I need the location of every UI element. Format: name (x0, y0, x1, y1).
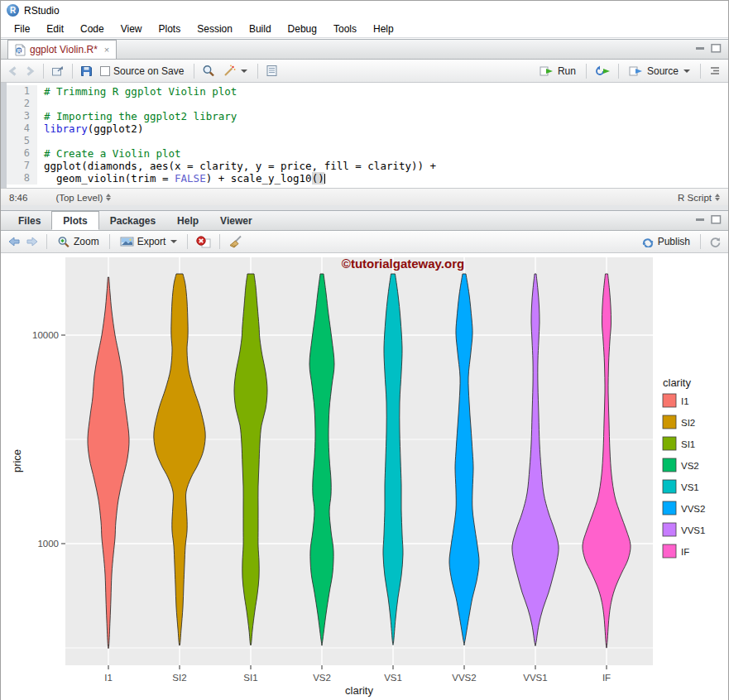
code-line[interactable]: 6# Create a Violin plot (1, 147, 728, 160)
publish-button[interactable]: Publish (639, 234, 693, 249)
legend-label: I1 (681, 396, 689, 406)
back-icon[interactable] (7, 65, 19, 77)
tab-label: ggplot Violin.R* (30, 44, 98, 55)
menu-tools[interactable]: Tools (325, 21, 365, 37)
menu-code[interactable]: Code (72, 21, 113, 37)
scope-selector[interactable]: (Top Level) (55, 193, 111, 203)
legend-label: VVS1 (681, 525, 705, 535)
compile-report-icon[interactable] (266, 65, 278, 77)
tab-ggplot-violin[interactable]: R ggplot Violin.R* × (7, 40, 117, 59)
watermark-title: ©tutorialgateway.org (342, 257, 464, 271)
x-tick-label: VS1 (384, 673, 402, 683)
menu-edit[interactable]: Edit (38, 21, 72, 37)
legend-key-VS2 (663, 458, 676, 472)
x-tick-label: VVS2 (452, 673, 476, 683)
file-type-selector[interactable]: R Script (678, 193, 720, 203)
code-editor[interactable]: 1# Trimming R ggplot Violin plot23# Impo… (1, 83, 728, 188)
tab-viewer[interactable]: Viewer (209, 211, 262, 230)
tab-files[interactable]: Files (7, 211, 51, 230)
tab-help[interactable]: Help (166, 211, 209, 230)
source-label: Source (647, 65, 679, 77)
source-editor-pane: R ggplot Violin.R* × Source on Save (1, 39, 728, 205)
legend-key-IF (663, 544, 676, 558)
zoom-button[interactable]: Zoom (55, 234, 102, 250)
source-button[interactable]: Source (626, 64, 693, 79)
export-label: Export (137, 236, 166, 247)
menu-plots[interactable]: Plots (151, 21, 189, 37)
refresh-plot-icon[interactable] (708, 236, 722, 248)
legend-key-VVS1 (663, 523, 676, 536)
menu-debug[interactable]: Debug (280, 21, 325, 37)
x-tick-label: IF (602, 673, 611, 683)
legend-key-VS1 (663, 480, 676, 493)
source-on-save-label: Source on Save (113, 65, 184, 77)
source-on-save-checkbox[interactable] (100, 66, 110, 76)
code-tools-button[interactable] (220, 63, 250, 79)
open-in-new-window-icon[interactable] (51, 65, 65, 77)
editor-status-bar: 8:46 (Top Level) R Script (1, 188, 728, 206)
code-line[interactable]: 1# Trimming R ggplot Violin plot (1, 85, 728, 98)
r-file-icon: R (15, 44, 26, 56)
publish-label: Publish (658, 236, 690, 247)
legend-label: IF (681, 547, 689, 557)
previous-plot-icon[interactable] (7, 236, 21, 247)
tab-close-icon[interactable]: × (104, 45, 109, 55)
rstudio-logo-icon: R (7, 4, 19, 17)
plots-toolbar: Zoom Export Publish (1, 231, 728, 253)
plot-display-area: 100001000I1SI2SI1VS2VS1VVS2VVS1IFclarity… (1, 253, 728, 700)
source-caret-icon (683, 70, 690, 73)
code-line[interactable]: 3# Importing the ggplot2 library (1, 110, 728, 122)
menu-file[interactable]: File (6, 21, 38, 37)
next-plot-icon[interactable] (26, 236, 39, 247)
source-icon (629, 65, 644, 77)
magic-wand-icon (223, 65, 236, 77)
zoom-plot-icon (57, 236, 70, 248)
legend-key-VVS2 (663, 501, 676, 515)
minimize-pane-icon[interactable] (695, 44, 706, 53)
title-bar: R RStudio (1, 1, 728, 20)
minimize-pane-icon[interactable] (695, 215, 706, 224)
run-label: Run (558, 65, 576, 77)
code-line[interactable]: 7ggplot(diamonds, aes(x = clarity, y = p… (1, 160, 728, 172)
tab-packages[interactable]: Packages (99, 211, 166, 230)
document-outline-icon[interactable] (708, 65, 722, 76)
svg-text:R: R (17, 47, 21, 53)
forward-icon[interactable] (24, 65, 36, 77)
rerun-icon[interactable] (594, 65, 611, 77)
menu-bar: File Edit Code View Plots Session Build … (1, 20, 728, 38)
export-button[interactable]: Export (118, 234, 180, 249)
code-line[interactable]: 8 geom_violin(trim = FALSE) + scale_y_lo… (1, 172, 728, 185)
legend-key-SI2 (663, 415, 676, 429)
legend-label: VVS2 (681, 504, 705, 514)
publish-icon (641, 236, 655, 247)
x-tick-label: I1 (104, 673, 113, 683)
violin-chart: 100001000I1SI2SI1VS2VS1VVS2VVS1IFclarity… (1, 253, 729, 700)
filetype-updown-icon (715, 194, 720, 201)
editor-tab-bar: R ggplot Violin.R* × (1, 40, 728, 60)
menu-build[interactable]: Build (241, 21, 280, 37)
menu-view[interactable]: View (113, 21, 151, 37)
code-line[interactable]: 4library(ggplot2) (1, 122, 728, 135)
code-line[interactable]: 5 (1, 135, 728, 147)
remove-plot-icon[interactable] (195, 235, 212, 248)
x-tick-label: SI2 (172, 673, 186, 683)
plots-tab-bar: Files Plots Packages Help Viewer (1, 211, 728, 231)
legend-label: VS1 (681, 482, 699, 492)
plots-pane: Files Plots Packages Help Viewer Zoom Ex… (1, 210, 728, 700)
tab-plots[interactable]: Plots (51, 211, 98, 230)
cursor-position: 8:46 (9, 193, 27, 203)
save-icon[interactable] (80, 65, 93, 77)
find-icon[interactable] (202, 65, 215, 77)
clear-all-plots-broom-icon[interactable] (228, 235, 242, 248)
menu-session[interactable]: Session (189, 21, 241, 37)
legend-label: SI2 (681, 418, 695, 428)
maximize-pane-icon[interactable] (711, 215, 722, 224)
maximize-pane-icon[interactable] (711, 44, 722, 53)
editor-toolbar: Source on Save Run Source (1, 60, 728, 83)
y-tick-label: 10000 (32, 330, 59, 340)
code-line[interactable]: 2 (1, 98, 728, 110)
run-button[interactable]: Run (537, 64, 578, 79)
zoom-label: Zoom (74, 236, 99, 247)
source-on-save-toggle[interactable]: Source on Save (98, 64, 186, 79)
menu-help[interactable]: Help (365, 21, 402, 37)
